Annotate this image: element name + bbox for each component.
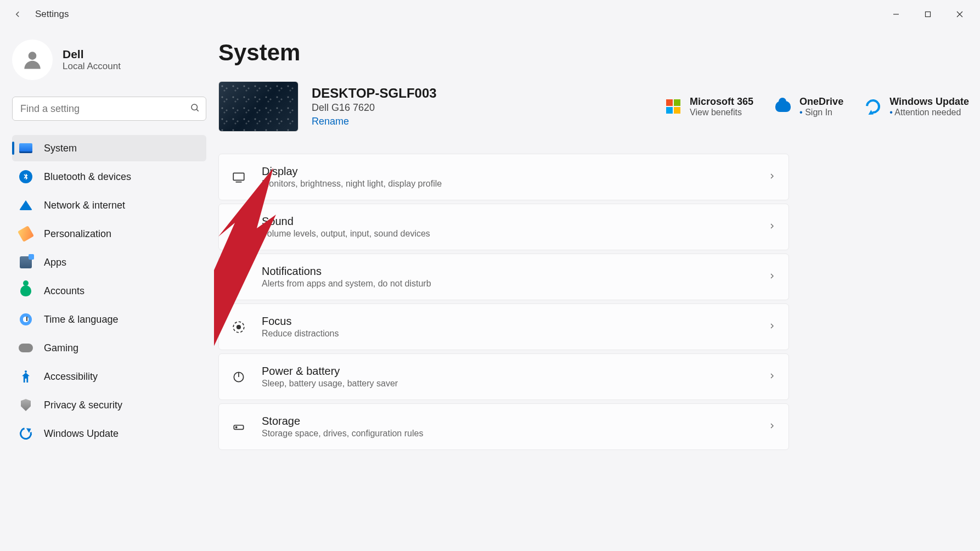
accounts-icon xyxy=(19,284,33,298)
status-sub: Sign In xyxy=(799,108,843,117)
search-input[interactable] xyxy=(12,97,206,121)
search-icon xyxy=(190,103,200,115)
nav-item-privacy[interactable]: Privacy & security xyxy=(12,392,206,418)
close-button[interactable] xyxy=(944,3,976,25)
power-icon xyxy=(231,369,246,385)
nav-item-system[interactable]: System xyxy=(12,135,206,161)
svg-line-4 xyxy=(196,109,198,111)
apps-icon xyxy=(19,255,33,269)
minimize-button[interactable] xyxy=(880,3,912,25)
status-sub: View benefits xyxy=(690,108,753,117)
system-icon xyxy=(19,141,33,155)
card-title: Storage xyxy=(262,415,752,428)
svg-point-13 xyxy=(236,426,237,428)
profile-block[interactable]: Dell Local Account xyxy=(12,40,206,80)
chevron-right-icon xyxy=(768,372,776,383)
avatar xyxy=(12,40,53,80)
card-power[interactable]: Power & batterySleep, battery usage, bat… xyxy=(218,353,789,400)
card-subtitle: Sleep, battery usage, battery saver xyxy=(262,379,752,389)
card-storage[interactable]: StorageStorage space, drives, configurat… xyxy=(218,403,789,450)
card-subtitle: Reduce distractions xyxy=(262,329,752,339)
microsoft-logo-icon xyxy=(666,99,681,114)
profile-name: Dell xyxy=(63,48,121,61)
nav-item-label: Accessibility xyxy=(44,371,98,383)
nav-item-apps[interactable]: Apps xyxy=(12,249,206,276)
profile-account-type: Local Account xyxy=(63,61,121,72)
card-title: Power & battery xyxy=(262,365,752,378)
nav-item-network[interactable]: Network & internet xyxy=(12,192,206,218)
privacy-icon xyxy=(19,398,33,412)
status-microsoft-365[interactable]: Microsoft 365 View benefits xyxy=(666,96,753,117)
nav-item-bluetooth[interactable]: Bluetooth & devices xyxy=(12,164,206,190)
nav-item-label: Accounts xyxy=(44,285,85,297)
status-windows-update[interactable]: Windows Update Attention needed xyxy=(865,96,969,117)
nav-item-gaming[interactable]: Gaming xyxy=(12,335,206,361)
nav-item-label: Personalization xyxy=(44,228,111,240)
nav-item-label: Apps xyxy=(44,257,66,268)
search-container xyxy=(12,97,206,121)
nav-item-accounts[interactable]: Accounts xyxy=(12,278,206,304)
maximize-button[interactable] xyxy=(912,3,944,25)
network-icon xyxy=(19,198,33,212)
card-subtitle: Alerts from apps and system, do not dist… xyxy=(262,279,752,289)
device-model: Dell G16 7620 xyxy=(312,102,437,114)
card-title: Display xyxy=(262,165,752,178)
card-title: Notifications xyxy=(262,265,752,278)
time-icon xyxy=(19,312,33,327)
accessibility-icon xyxy=(19,369,33,384)
gaming-icon xyxy=(19,341,33,355)
card-subtitle: Monitors, brightness, night light, displ… xyxy=(262,179,752,189)
notifications-icon xyxy=(231,269,246,285)
nav-item-accessibility[interactable]: Accessibility xyxy=(12,363,206,390)
device-row: DESKTOP-SGLF003 Dell G16 7620 Rename Mic… xyxy=(218,81,969,132)
bluetooth-icon xyxy=(19,170,33,184)
sound-icon xyxy=(231,220,246,235)
status-title: Windows Update xyxy=(889,96,969,108)
svg-point-9 xyxy=(237,325,241,329)
personalization-icon xyxy=(19,227,33,241)
nav-item-personalization[interactable]: Personalization xyxy=(12,221,206,247)
status-onedrive[interactable]: OneDrive Sign In xyxy=(775,96,843,117)
windows-update-icon xyxy=(865,99,881,114)
nav-item-label: Windows Update xyxy=(44,428,119,440)
card-focus[interactable]: FocusReduce distractions xyxy=(218,303,789,350)
page-title: System xyxy=(218,40,969,66)
svg-point-2 xyxy=(29,52,37,60)
card-notifications[interactable]: NotificationsAlerts from apps and system… xyxy=(218,254,789,300)
nav-item-label: Bluetooth & devices xyxy=(44,171,131,183)
nav-item-time[interactable]: Time & language xyxy=(12,306,206,333)
card-subtitle: Volume levels, output, input, sound devi… xyxy=(262,229,752,239)
card-sound[interactable]: SoundVolume levels, output, input, sound… xyxy=(218,204,789,250)
status-sub: Attention needed xyxy=(889,108,969,117)
chevron-right-icon xyxy=(768,272,776,283)
back-button[interactable] xyxy=(11,8,24,21)
chevron-right-icon xyxy=(768,421,776,432)
main-content: System DESKTOP-SGLF003 Dell G16 7620 Ren… xyxy=(214,29,980,461)
chevron-right-icon xyxy=(768,172,776,183)
nav-item-label: Network & internet xyxy=(44,200,125,211)
settings-card-list: DisplayMonitors, brightness, night light… xyxy=(218,154,789,450)
chevron-right-icon xyxy=(768,322,776,333)
nav-item-label: Gaming xyxy=(44,342,78,354)
title-bar: Settings xyxy=(0,0,980,29)
svg-rect-6 xyxy=(233,173,244,180)
card-subtitle: Storage space, drives, configuration rul… xyxy=(262,429,752,438)
status-title: OneDrive xyxy=(799,96,843,108)
sidebar: Dell Local Account SystemBluetooth & dev… xyxy=(0,29,214,461)
display-icon xyxy=(231,170,246,185)
nav-item-label: Time & language xyxy=(44,314,118,325)
nav-item-label: Privacy & security xyxy=(44,400,122,411)
card-display[interactable]: DisplayMonitors, brightness, night light… xyxy=(218,154,789,200)
card-title: Focus xyxy=(262,315,752,328)
app-title: Settings xyxy=(35,9,69,20)
chevron-right-icon xyxy=(768,222,776,233)
device-thumbnail[interactable] xyxy=(218,81,298,132)
device-name: DESKTOP-SGLF003 xyxy=(312,86,437,101)
nav-list: SystemBluetooth & devicesNetwork & inter… xyxy=(12,135,206,447)
nav-item-label: System xyxy=(44,143,77,154)
storage-icon xyxy=(231,419,246,435)
onedrive-icon xyxy=(775,99,791,114)
card-title: Sound xyxy=(262,215,752,228)
rename-link[interactable]: Rename xyxy=(312,116,437,127)
nav-item-update[interactable]: Windows Update xyxy=(12,420,206,447)
